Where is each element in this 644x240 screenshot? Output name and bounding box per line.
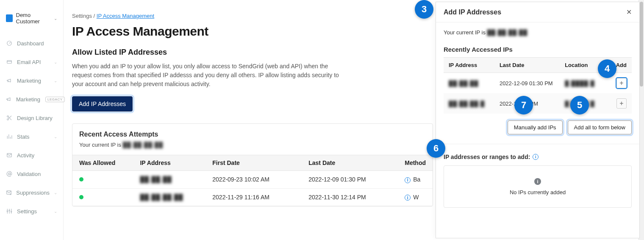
svg-point-8 bbox=[9, 210, 10, 211]
panel-title: Add IP Addresses bbox=[444, 8, 501, 16]
manually-add-ips-button[interactable]: Manually add IPs bbox=[508, 120, 563, 134]
chevron-down-icon: ⌄ bbox=[54, 209, 57, 214]
recent-access-title: Recent Access Attempts bbox=[79, 131, 426, 138]
sliders-icon bbox=[6, 208, 13, 215]
sidebar-item-stats[interactable]: Stats⌄ bbox=[0, 127, 63, 146]
bars-icon bbox=[6, 133, 13, 140]
last-date: 2022-11-30 12:14 PM bbox=[302, 188, 398, 206]
add-ip-button[interactable]: + bbox=[616, 78, 627, 88]
sidebar-item-label: Activity bbox=[17, 152, 34, 159]
ips-to-add-label: IP addresses or ranges to add: bbox=[444, 153, 530, 160]
sidebar: Demo Customer ⌄ DashboardEmail API⌄Marke… bbox=[0, 0, 64, 240]
sidebar-item-label: Suppressions bbox=[16, 190, 50, 196]
col-last-date: Last Date bbox=[302, 155, 398, 171]
main-content: Settings / IP Access Management IP Acces… bbox=[72, 0, 436, 207]
empty-text: No IPs currently added bbox=[448, 189, 627, 195]
brand-name: Demo Customer bbox=[16, 12, 51, 25]
close-icon[interactable]: ✕ bbox=[626, 8, 632, 16]
brand-switcher[interactable]: Demo Customer ⌄ bbox=[0, 4, 63, 34]
sidebar-item-label: Design Library bbox=[17, 115, 53, 121]
location-value: █.████.█ bbox=[565, 80, 595, 87]
sidebar-item-label: Dashboard bbox=[17, 40, 44, 47]
sidebar-item-label: Settings bbox=[17, 208, 37, 215]
sidebar-item-activity[interactable]: Activity bbox=[0, 146, 63, 165]
chevron-down-icon: ⌄ bbox=[54, 60, 57, 64]
info-icon: i bbox=[405, 177, 411, 183]
scissors-icon bbox=[6, 114, 13, 121]
breadcrumb-current-link[interactable]: IP Access Management bbox=[97, 13, 154, 19]
ips-to-add-empty: i No IPs currently added bbox=[444, 165, 632, 208]
last-date: 2022-12-09 01:30 PM bbox=[494, 73, 560, 94]
section-title: Allow Listed IP Addresses bbox=[72, 48, 436, 57]
ip-value: ██.██.██ bbox=[449, 80, 479, 87]
col-method: Method bbox=[398, 155, 433, 171]
add-all-to-form-button[interactable]: Add all to form below bbox=[568, 120, 632, 134]
info-icon[interactable]: i bbox=[533, 154, 539, 160]
col-last: Last Date bbox=[494, 58, 560, 73]
callout-5: 5 bbox=[570, 96, 589, 114]
scrollbar-thumb[interactable] bbox=[640, 2, 643, 87]
at-icon bbox=[6, 170, 13, 177]
panel-your-ip-value: ██.██.██.██ bbox=[487, 29, 528, 36]
col-first-date: First Date bbox=[205, 155, 302, 171]
info-filled-icon: i bbox=[534, 178, 541, 185]
chevron-down-icon: ⌄ bbox=[54, 190, 57, 195]
megaphone-icon bbox=[6, 96, 12, 103]
sidebar-item-label: Stats bbox=[17, 134, 30, 140]
add-ip-addresses-button[interactable]: Add IP Addresses bbox=[72, 96, 133, 112]
last-date: 2022-12-09 01:30 PM bbox=[302, 171, 398, 189]
callout-4: 4 bbox=[598, 59, 616, 78]
gauge-icon bbox=[6, 40, 13, 47]
legacy-badge: LEGACY bbox=[45, 97, 64, 102]
breadcrumb-sep: / bbox=[92, 13, 97, 19]
sidebar-item-design-library[interactable]: Design Library bbox=[0, 109, 63, 127]
add-ip-panel: Add IP Addresses ✕ Your current IP is ██… bbox=[436, 2, 640, 238]
mail-icon bbox=[6, 152, 13, 159]
panel-your-ip-label: Your current IP is bbox=[444, 29, 486, 36]
info-icon: i bbox=[405, 195, 411, 201]
ip-value: ██.██.██ bbox=[140, 176, 172, 183]
method: iW bbox=[398, 188, 433, 206]
callout-3: 3 bbox=[415, 0, 433, 19]
col-was-allowed: Was Allowed bbox=[72, 155, 133, 171]
breadcrumb: Settings / IP Access Management bbox=[72, 13, 436, 19]
envelope-x-icon bbox=[6, 189, 12, 196]
col-ip: IP Address bbox=[133, 155, 205, 171]
chevron-down-icon: ⌄ bbox=[54, 16, 57, 21]
brand-logo-icon bbox=[6, 14, 13, 22]
first-date: 2022-11-29 11:16 AM bbox=[205, 188, 302, 206]
svg-point-5 bbox=[8, 173, 11, 175]
first-date: 2022-09-23 10:02 AM bbox=[205, 171, 302, 189]
sidebar-item-marketing[interactable]: Marketing⌄ bbox=[0, 71, 63, 90]
svg-point-7 bbox=[7, 211, 8, 212]
ips-to-add-title: IP addresses or ranges to add: i bbox=[444, 153, 632, 160]
add-ip-button[interactable]: + bbox=[616, 98, 627, 109]
section-description: When you add an IP to your allow list, y… bbox=[72, 62, 343, 89]
recent-access-table: Was Allowed IP Address First Date Last D… bbox=[72, 155, 433, 206]
sidebar-item-settings[interactable]: Settings⌄ bbox=[0, 202, 63, 220]
sidebar-item-marketing-legacy[interactable]: MarketingLEGACY⌄ bbox=[0, 90, 63, 109]
sidebar-item-suppressions[interactable]: Suppressions⌄ bbox=[0, 183, 63, 202]
divider bbox=[436, 144, 639, 144]
table-row: ██.██.██.██2022-11-29 11:16 AM2022-11-30… bbox=[72, 188, 433, 206]
svg-rect-1 bbox=[7, 61, 12, 64]
table-row: ██.██.██.█2022-1…14 PM█.████.█+ bbox=[444, 93, 632, 114]
page-title: IP Access Management bbox=[72, 24, 436, 39]
recent-your-ip: Your current IP is ██.██.██.██ bbox=[79, 142, 426, 148]
sidebar-item-validation[interactable]: Validation bbox=[0, 165, 63, 183]
sidebar-item-dashboard[interactable]: Dashboard bbox=[0, 34, 63, 53]
recently-accessed-title: Recently Accessed IPs bbox=[444, 46, 632, 53]
sidebar-nav: DashboardEmail API⌄Marketing⌄MarketingLE… bbox=[0, 34, 63, 220]
chevron-down-icon: ⌄ bbox=[54, 78, 57, 83]
megaphone-icon bbox=[6, 77, 13, 84]
sidebar-item-label: Email API bbox=[17, 59, 41, 65]
sidebar-item-email-api[interactable]: Email API⌄ bbox=[0, 53, 63, 71]
breadcrumb-root: Settings bbox=[72, 13, 92, 19]
callout-7: 7 bbox=[514, 96, 533, 114]
sidebar-item-label: Marketing bbox=[16, 96, 40, 103]
card-icon bbox=[6, 59, 13, 65]
callout-6: 6 bbox=[427, 139, 445, 158]
allowed-status-dot bbox=[79, 177, 83, 181]
your-ip-value: ██.██.██.██ bbox=[123, 142, 164, 148]
table-row: ██.██.██2022-09-23 10:02 AM2022-12-09 01… bbox=[72, 171, 433, 189]
